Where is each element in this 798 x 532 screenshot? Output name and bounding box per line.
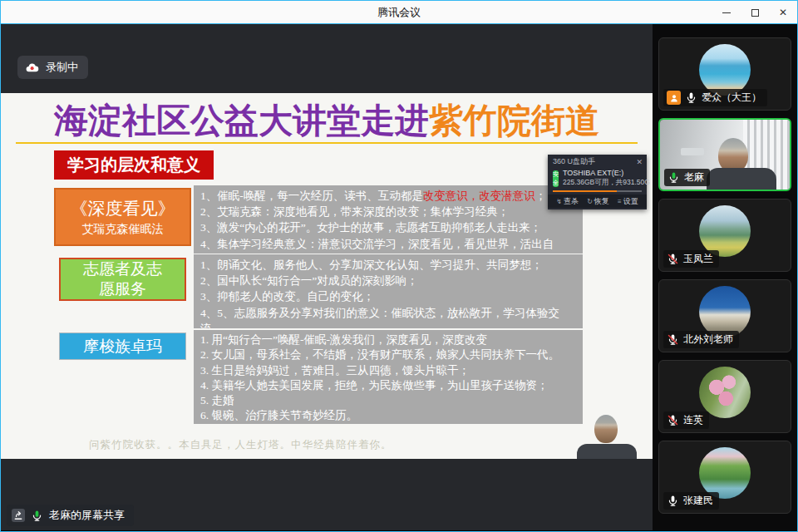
block2-label-line2: 愿服务 xyxy=(61,279,185,299)
block1-label: 《深度看见》 艾瑞克森催眠法 xyxy=(54,188,191,246)
block1-line1-highlight: 改变意识，改变潜意识 xyxy=(423,190,535,202)
slide-title-part1: 海淀社区公益大讲堂走进 xyxy=(54,101,429,140)
recording-label: 录制中 xyxy=(46,60,78,75)
block1-label-sub: 艾瑞克森催眠法 xyxy=(56,222,190,237)
avatar-orchid-flowers xyxy=(699,367,751,418)
block1-line3: 3、激发“内心的花开”。女护士的故事，志愿者互助抑郁老人走出来； xyxy=(200,219,576,235)
block2-line4: 4、5、志愿服务及分享对我们的意义：催眠状态，放松敞开，学习体验交流， xyxy=(200,305,576,328)
sharer-mic-icon xyxy=(31,510,43,522)
block2-label-line1: 志愿者及志 xyxy=(61,259,185,279)
maximize-button[interactable] xyxy=(741,1,769,24)
block1-line4: 4、集体学习经典意义：潜意识交流学习，深度看见，看见世界，活出自己。 xyxy=(200,236,576,254)
participant-name: 玉凤兰 xyxy=(683,252,713,266)
usb-helper-popup: 360 U盘助手 ✕ 安全 TOSHIBA EXT(E:) 225.36GB可用… xyxy=(548,155,647,209)
presentation-slide: 海淀社区公益大讲堂走进紫竹院街道 学习的层次和意义 《深度看见》 艾瑞克森催眠法… xyxy=(1,93,653,459)
menu-icon: ≡ xyxy=(618,198,622,205)
block2-content: 1、朗诵文化、服务他人、分享加深文化认知、学习提升、共同梦想； 2、国中队长“知… xyxy=(194,254,583,328)
speaker-shoulders xyxy=(707,168,776,191)
participant-tile[interactable]: 爱众（大王） xyxy=(658,37,791,111)
restore-button[interactable]: ↻恢复 xyxy=(587,196,609,207)
block2-line1: 1、朗诵文化、服务他人、分享加深文化认知、学习提升、共同梦想； xyxy=(200,257,576,273)
lightning-icon: ↯ xyxy=(556,198,562,205)
participant-name: 老麻 xyxy=(684,170,704,185)
recording-badge[interactable]: 录制中 xyxy=(17,56,88,79)
title-underline xyxy=(16,142,638,144)
drive-name: TOSHIBA EXT(E:) xyxy=(563,169,650,177)
participant-name: 北外刘老师 xyxy=(683,332,733,347)
participants-sidebar[interactable]: 爱众（大王） 老麻 xyxy=(653,24,797,530)
app-body: 录制中 海淀社区公益大讲堂走进紫竹院街道 学习的层次和意义 《深度看见》 艾瑞克… xyxy=(1,24,797,530)
refresh-icon: ↻ xyxy=(587,198,593,205)
scan-button[interactable]: ↯查杀 xyxy=(556,196,579,207)
settings-button[interactable]: ≡设置 xyxy=(618,196,638,207)
minimize-icon xyxy=(722,12,731,13)
popup-close-icon[interactable]: ✕ xyxy=(636,158,643,166)
slide-title-part2: 紫竹院街道 xyxy=(429,101,599,140)
presenter-head xyxy=(594,415,618,443)
minimize-button[interactable] xyxy=(712,1,741,24)
participant-name-tag: 老麻 xyxy=(664,169,710,186)
avatar-palace-scene xyxy=(699,286,751,337)
block3-content: 1. 用“知行合一”唤醒-催眠-激发我们，深度看见，深度改变 2. 女儿国，母系… xyxy=(194,330,583,424)
title-bar: 腾讯会议 ✕ xyxy=(1,1,797,24)
avatar-green-hill xyxy=(699,447,751,499)
mic-muted-icon xyxy=(667,414,679,426)
popup-title: 360 U盘助手 xyxy=(553,156,595,167)
block3-line5: 5. 走婚 xyxy=(200,393,576,408)
participant-name: 爱众（大王） xyxy=(702,91,761,105)
slide-footnote: 问紫竹院收获。。本自具足，人生灯塔。中华经典陪伴着你。 xyxy=(89,438,392,452)
participant-name-tag: 张建民 xyxy=(663,492,719,510)
participant-name: 连英 xyxy=(683,413,703,427)
block2-line3: 3、抑郁老人的改变。自己的变化； xyxy=(200,288,576,304)
window-title: 腾讯会议 xyxy=(377,5,421,20)
maximize-icon xyxy=(751,9,759,17)
avatar-beach-scene xyxy=(699,44,751,96)
window-controls: ✕ xyxy=(712,1,797,24)
block1-line1: 1、催眠-唤醒，每一次经历、读书、互动都是改变意识，改变潜意识； xyxy=(200,188,576,204)
block1-line2: 2、艾瑞克森：深度地看见，带来深度的改变；集体学习经典； xyxy=(200,204,576,219)
block3-line2: 2. 女儿国，母系社会，不结婚，没有财产联系，娘家人共同扶养下一代。 xyxy=(200,347,576,362)
block3-line1: 1. 用“知行合一”唤醒-催眠-激发我们，深度看见，深度改变 xyxy=(200,332,576,347)
mic-muted-icon xyxy=(667,333,679,346)
slide-title: 海淀社区公益大讲堂走进紫竹院街道 xyxy=(1,103,653,139)
block3-line3: 3. 生日是给妈妈过，苦难日。三从四德，馒头片晾干； xyxy=(200,363,576,378)
usage-bar xyxy=(553,190,642,192)
participant-tile[interactable]: 玉凤兰 xyxy=(658,199,791,272)
ac-unit xyxy=(681,148,704,155)
safe-badge-icon: 安全 xyxy=(553,170,559,187)
block3-line4: 4. 美籍华人她去美国发展，拒绝，为民族做些事，为山里孩子送物资； xyxy=(200,378,576,393)
screen-share-banner[interactable]: 老麻的屏幕共享 xyxy=(7,505,134,526)
participant-tile[interactable]: 连英 xyxy=(658,360,791,433)
block1-label-title: 《深度看见》 xyxy=(56,197,190,220)
screen-share-icon xyxy=(12,509,25,522)
host-badge-icon xyxy=(667,91,681,105)
block2-line2: 2、国中队长“知行合一”对成员的深刻影响； xyxy=(200,273,576,288)
mic-speaking-icon xyxy=(667,171,680,184)
meeting-window: 腾讯会议 ✕ 录制中 海淀社区公益大讲堂走进紫竹院街道 xyxy=(0,0,798,532)
presenter-shoulders xyxy=(577,444,637,459)
participant-name-tag: 爱众（大王） xyxy=(663,89,767,106)
screen-share-area: 录制中 海淀社区公益大讲堂走进紫竹院街道 学习的层次和意义 《深度看见》 艾瑞克… xyxy=(1,24,653,530)
mic-muted-icon xyxy=(667,253,679,265)
participant-name-tag: 玉凤兰 xyxy=(663,250,719,268)
participant-name-tag: 北外刘老师 xyxy=(663,331,739,348)
mic-on-icon xyxy=(667,495,679,507)
participant-tile-active-speaker[interactable]: 老麻 xyxy=(658,118,791,191)
block3-label: 摩梭族卓玛 xyxy=(59,332,186,360)
block3-line6: 6. 银碗、治疗膝关节奇妙经历。 xyxy=(200,408,576,423)
cloud-record-icon xyxy=(25,62,40,73)
participant-name: 张建民 xyxy=(683,494,713,508)
mic-on-icon xyxy=(685,91,697,104)
share-banner-label: 老麻的屏幕共享 xyxy=(49,508,125,523)
block2-label: 志愿者及志 愿服务 xyxy=(59,258,186,301)
participant-tile[interactable]: 北外刘老师 xyxy=(658,279,791,352)
block1-content: 1、催眠-唤醒，每一次经历、读书、互动都是改变意识，改变潜意识； 2、艾瑞克森：… xyxy=(194,185,583,254)
section-header: 学习的层次和意义 xyxy=(54,150,214,180)
avatar-lake-scene xyxy=(699,205,751,257)
participant-name-tag: 连英 xyxy=(663,411,709,429)
participant-tile[interactable]: 张建民 xyxy=(658,441,791,514)
presenter-silhouette xyxy=(577,415,637,459)
close-button[interactable]: ✕ xyxy=(769,1,797,24)
drive-capacity: 225.36GB可用，共931.50G xyxy=(563,178,650,188)
